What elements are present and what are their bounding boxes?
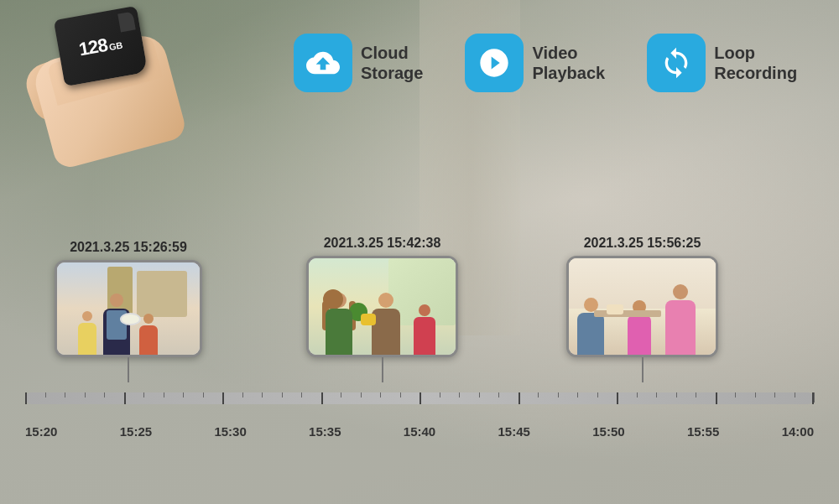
thumbnail-2: 2021.3.25 15:42:38 — [306, 236, 458, 382]
timeline-area: 2021.3.25 15:26:59 — [0, 286, 839, 454]
time-label-2: 15:30 — [214, 424, 246, 439]
time-label-3: 15:35 — [309, 424, 341, 439]
video-playback-icon — [477, 46, 511, 80]
sd-card-capacity: 128 — [77, 34, 109, 60]
sd-card-area: 128 GB — [25, 8, 201, 155]
time-label-4: 15:40 — [404, 424, 435, 439]
thumb-1-connector — [128, 357, 129, 382]
time-label-7: 15:55 — [687, 424, 719, 439]
feature-icons: Cloud Storage Video Playback Loop Record… — [294, 34, 797, 92]
thumb-3-timestamp: 2021.3.25 15:56:25 — [584, 236, 701, 251]
cloud-upload-icon — [306, 46, 340, 80]
thumb-1-timestamp: 2021.3.25 15:26:59 — [70, 240, 187, 255]
thumbnail-1: 2021.3.25 15:26:59 — [55, 240, 202, 382]
loop-recording-label: Loop Recording — [714, 43, 797, 83]
thumb-3-connector — [642, 357, 644, 382]
time-label-1: 15:25 — [120, 424, 152, 439]
thumb-1-image — [57, 262, 200, 355]
cloud-storage-feature: Cloud Storage — [294, 34, 423, 92]
loop-recording-icon — [659, 46, 693, 80]
cloud-storage-icon-box — [294, 34, 352, 92]
timeline-bar-container — [25, 389, 814, 408]
loop-recording-feature: Loop Recording — [647, 34, 797, 92]
video-playback-feature: Video Playback — [465, 34, 605, 92]
cloud-storage-label: Cloud Storage — [361, 43, 423, 83]
thumb-2-timestamp: 2021.3.25 15:42:38 — [324, 236, 441, 251]
sd-card-hand: 128 GB — [25, 8, 201, 155]
thumb-3-frame — [566, 256, 718, 357]
time-label-5: 15:45 — [498, 424, 530, 439]
thumb-2-connector — [382, 357, 383, 382]
video-playback-label: Video Playback — [532, 43, 605, 83]
time-labels-row: 15:20 15:25 15:30 15:35 15:40 15:45 15:5… — [25, 424, 814, 439]
thumb-1-frame — [55, 260, 202, 357]
loop-recording-icon-box — [647, 34, 706, 92]
thumb-3-image — [569, 258, 716, 355]
timeline-bar[interactable] — [25, 392, 814, 404]
sd-card-unit: GB — [108, 40, 123, 53]
thumbnail-3: 2021.3.25 15:56:25 — [566, 236, 718, 382]
time-label-6: 15:50 — [592, 424, 624, 439]
time-label-8: 14:00 — [782, 424, 814, 439]
thumb-2-frame — [306, 256, 458, 357]
video-playback-icon-box — [465, 34, 524, 92]
thumb-2-image — [309, 258, 456, 355]
time-label-0: 15:20 — [25, 424, 57, 439]
